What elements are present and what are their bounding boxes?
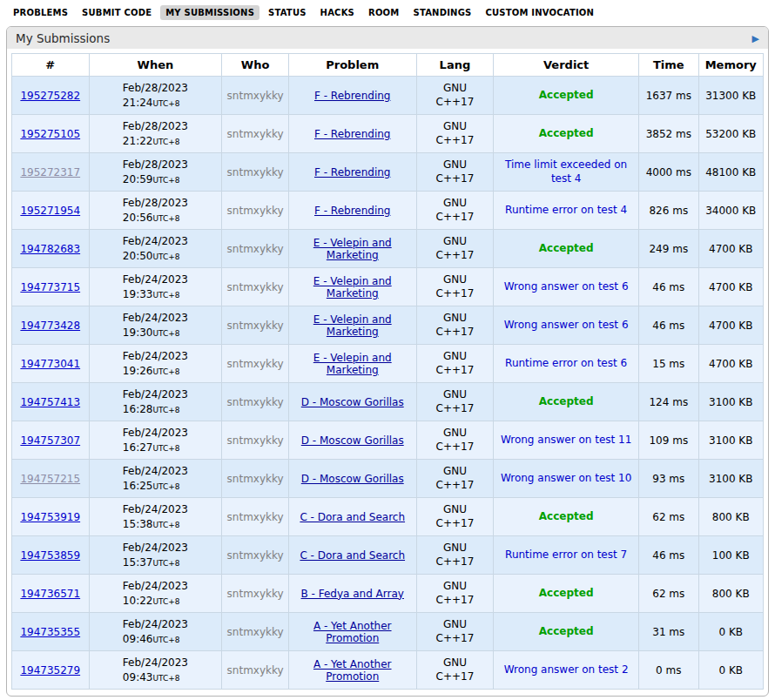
problem-link[interactable]: E - Velepin and Marketing	[313, 313, 392, 338]
verdict-cell: Accepted	[494, 77, 639, 115]
verdict-label: Runtime error on test 4	[505, 204, 627, 218]
problem-link[interactable]: D - Moscow Gorillas	[301, 473, 404, 485]
table-row: 194782683 Feb/24/2023 20:50UTC+8 sntmxyk…	[12, 230, 764, 268]
problem-link[interactable]: D - Moscow Gorillas	[301, 396, 404, 408]
submission-id-link[interactable]: 194735355	[20, 626, 80, 638]
who-link[interactable]: sntmxykky	[227, 626, 284, 638]
submission-id-cell: 195271954	[12, 192, 90, 230]
submission-id-link[interactable]: 194736571	[20, 588, 80, 600]
submission-id-link[interactable]: 194782683	[20, 243, 80, 255]
submission-id-link[interactable]: 194735279	[20, 664, 80, 676]
submission-id-cell: 194773715	[12, 268, 90, 306]
who-link[interactable]: sntmxykky	[227, 205, 284, 217]
panel-body: # When Who Problem Lang Verdict Time Mem…	[7, 49, 768, 696]
time-cell: 826 ms	[639, 192, 698, 230]
who-link[interactable]: sntmxykky	[227, 243, 284, 255]
time-consumed: 4000 ms	[646, 166, 691, 178]
submission-id-link[interactable]: 194757215	[20, 473, 80, 485]
submission-id-link[interactable]: 194773428	[20, 320, 80, 332]
submission-id-cell: 194782683	[12, 230, 90, 268]
problem-link[interactable]: A - Yet Another Promotion	[313, 620, 392, 644]
nav-item-standings[interactable]: STANDINGS	[408, 5, 476, 20]
who-link[interactable]: sntmxykky	[227, 549, 284, 562]
time-cell: 15 ms	[639, 345, 698, 383]
nav-item-status[interactable]: STATUS	[263, 5, 312, 20]
submission-id-link[interactable]: 195272317	[20, 166, 80, 178]
nav-item-hacks[interactable]: HACKS	[315, 5, 360, 20]
time-cell: 46 ms	[639, 306, 698, 345]
memory-consumed: 4700 KB	[709, 320, 752, 332]
who-link[interactable]: sntmxykky	[227, 90, 284, 102]
who-cell: sntmxykky	[222, 115, 288, 153]
problem-link[interactable]: C - Dora and Search	[300, 549, 405, 562]
memory-cell: 4700 KB	[698, 306, 764, 345]
memory-cell: 800 KB	[698, 498, 764, 536]
verdict-cell: Time limit exceeded on test 4	[494, 153, 639, 192]
submission-id-cell: 194773041	[12, 345, 90, 383]
who-link[interactable]: sntmxykky	[227, 473, 284, 485]
who-link[interactable]: sntmxykky	[227, 511, 284, 523]
submission-id-link[interactable]: 195271954	[20, 205, 80, 217]
who-link[interactable]: sntmxykky	[227, 358, 284, 370]
submission-id-link[interactable]: 195275105	[20, 128, 80, 140]
problem-link[interactable]: D - Moscow Gorillas	[301, 434, 404, 447]
time-consumed: 31 ms	[652, 626, 684, 638]
submission-id-link[interactable]: 194753859	[20, 549, 80, 562]
submission-id-cell: 194773428	[12, 306, 90, 345]
problem-link[interactable]: F - Rebrending	[314, 205, 391, 217]
submission-id-cell: 194757307	[12, 421, 90, 460]
who-link[interactable]: sntmxykky	[227, 396, 284, 408]
my-submissions-panel: My Submissions ▶ # When Who Problem Lang	[6, 26, 769, 697]
submission-id-link[interactable]: 194773715	[20, 281, 80, 293]
who-link[interactable]: sntmxykky	[227, 664, 284, 676]
problem-link[interactable]: F - Rebrending	[314, 128, 391, 140]
submission-id-link[interactable]: 194773041	[20, 358, 80, 370]
memory-consumed: 3100 KB	[709, 434, 752, 447]
problem-link[interactable]: E - Velepin and Marketing	[313, 237, 392, 261]
who-link[interactable]: sntmxykky	[227, 588, 284, 600]
submission-datetime: Feb/24/2023 16:28UTC+8	[123, 387, 188, 415]
problem-cell: E - Velepin and Marketing	[288, 306, 416, 345]
memory-cell: 34000 KB	[698, 192, 764, 230]
problem-link[interactable]: B - Fedya and Array	[301, 588, 404, 600]
nav-item-submit-code[interactable]: SUBMIT CODE	[77, 5, 157, 20]
lang-label: GNU C++17	[435, 542, 475, 569]
when-cell: Feb/24/2023 09:43UTC+8	[89, 651, 222, 690]
time-cell: 46 ms	[639, 536, 698, 575]
problem-link[interactable]: F - Rebrending	[314, 90, 391, 102]
submission-id-cell: 195275105	[12, 115, 90, 153]
who-link[interactable]: sntmxykky	[227, 166, 284, 178]
submission-id-cell: 195275282	[12, 77, 90, 115]
nav-item-problems[interactable]: PROBLEMS	[8, 5, 73, 20]
problem-link[interactable]: E - Velepin and Marketing	[313, 275, 392, 300]
expand-arrow-icon[interactable]: ▶	[752, 34, 759, 44]
who-link[interactable]: sntmxykky	[227, 434, 284, 447]
lang-cell: GNU C++17	[416, 575, 494, 613]
submission-id-link[interactable]: 195275282	[20, 90, 80, 102]
problem-cell: E - Velepin and Marketing	[288, 268, 416, 306]
who-link[interactable]: sntmxykky	[227, 281, 284, 293]
submission-id-link[interactable]: 194757413	[20, 396, 80, 408]
who-link[interactable]: sntmxykky	[227, 128, 284, 140]
problem-link[interactable]: C - Dora and Search	[300, 511, 405, 523]
table-row: 194757307 Feb/24/2023 16:27UTC+8 sntmxyk…	[12, 421, 764, 460]
who-cell: sntmxykky	[222, 345, 288, 383]
nav-item-my-submissions[interactable]: MY SUBMISSIONS	[160, 5, 259, 20]
lang-label: GNU C++17	[435, 120, 475, 147]
lang-cell: GNU C++17	[416, 115, 494, 153]
submission-id-link[interactable]: 194757307	[20, 434, 80, 447]
problem-link[interactable]: F - Rebrending	[314, 166, 391, 178]
problem-link[interactable]: A - Yet Another Promotion	[313, 658, 392, 683]
verdict-label: Runtime error on test 6	[505, 357, 627, 371]
who-link[interactable]: sntmxykky	[227, 320, 284, 332]
verdict-label: Runtime error on test 7	[505, 549, 627, 562]
submission-id-link[interactable]: 194753919	[20, 511, 80, 523]
problem-link[interactable]: E - Velepin and Marketing	[313, 352, 392, 376]
verdict-cell: Accepted	[494, 383, 639, 421]
table-row: 194757215 Feb/24/2023 16:25UTC+8 sntmxyk…	[12, 460, 764, 498]
memory-consumed: 800 KB	[712, 511, 750, 523]
problem-cell: F - Rebrending	[288, 115, 416, 153]
nav-item-custom-invocation[interactable]: CUSTOM INVOCATION	[480, 5, 599, 20]
nav-item-room[interactable]: ROOM	[363, 5, 404, 20]
page-title: My Submissions	[16, 31, 110, 45]
